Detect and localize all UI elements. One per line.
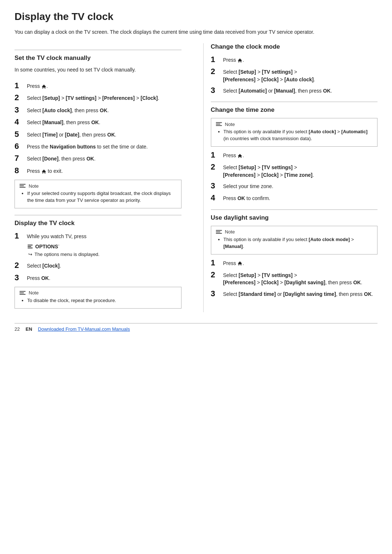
note-label-4: Note — [225, 229, 235, 235]
note-text-time-zone: This option is only available if you sel… — [217, 129, 373, 142]
svg-rect-3 — [20, 186, 24, 186]
step-tz-3: 3 Select your time zone. — [211, 181, 378, 191]
step-dl-1: 1 Press . — [211, 258, 378, 268]
note-display-clock: Note To disable the clock, repeat the pr… — [15, 287, 181, 309]
svg-rect-15 — [216, 233, 221, 234]
svg-rect-13 — [216, 230, 221, 231]
note-icon — [19, 183, 26, 189]
note-label: Note — [29, 183, 38, 189]
section-title-daylight: Use daylight saving — [211, 214, 378, 221]
step-tz-1: 1 Press . — [211, 150, 378, 160]
step-disp-1: 1 While you watch TV, press OPTIONS . — [15, 231, 181, 258]
note-time-zone: Note This option is only available if yo… — [211, 118, 378, 147]
clock-mode-steps: 1 Press . 2 Select [Setup] > [TV setting… — [211, 55, 378, 95]
step-tz-4: 4 Press OK to confirm. — [211, 193, 378, 203]
divider-daylight — [211, 209, 378, 210]
right-column: Change the clock mode 1 Press . 2 Select… — [203, 43, 378, 312]
note-text-set-clock: If your selected country supports digita… — [21, 190, 177, 204]
time-zone-steps: 1 Press . 2 Select [Setup] > [TV setting… — [211, 150, 378, 203]
set-clock-steps: 1 Press . 2 Select [Setup] > [TV setting… — [15, 81, 181, 175]
svg-rect-11 — [216, 125, 221, 126]
step-set-8: 8 Press to exit. — [15, 166, 181, 175]
divider-display-clock — [15, 215, 181, 215]
svg-rect-9 — [216, 122, 221, 123]
step-mode-2: 2 Select [Setup] > [TV settings] >[Prefe… — [211, 67, 378, 83]
svg-rect-5 — [20, 291, 25, 292]
left-column: Set the TV clock manually In some countr… — [15, 43, 189, 312]
set-clock-intro: In some countries, you need to set TV cl… — [15, 66, 181, 74]
note-label-2: Note — [29, 290, 38, 296]
section-title-display-clock: Display the TV clock — [15, 220, 181, 227]
footer: 22 EN Downloaded From TV-Manual.com Manu… — [15, 323, 377, 332]
footer-language: EN — [25, 326, 32, 332]
divider-time-zone — [211, 102, 378, 102]
two-col-layout: Set the TV clock manually In some countr… — [15, 43, 377, 312]
note-icon-2 — [19, 290, 26, 296]
svg-marker-12 — [238, 154, 242, 158]
step-mode-1: 1 Press . — [211, 55, 378, 64]
intro-text: You can display a clock on the TV screen… — [15, 28, 377, 36]
svg-rect-2 — [20, 184, 25, 185]
step-set-7: 7 Select [Done], then press OK. — [15, 154, 181, 163]
svg-marker-1 — [42, 170, 46, 174]
step-set-1: 1 Press . — [15, 81, 181, 90]
daylight-steps: 1 Press . 2 Select [Setup] > [TV setting… — [211, 258, 378, 298]
footer-page-number: 22 — [15, 326, 20, 332]
note-icon-4 — [216, 229, 223, 235]
svg-rect-6 — [20, 293, 24, 293]
step-disp-3: 3 Press OK. — [15, 273, 181, 282]
note-set-clock: Note If your selected country supports d… — [15, 180, 181, 208]
section-title-time-zone: Change the time zone — [211, 106, 378, 114]
step-set-3: 3 Select [Auto clock], then press OK. — [15, 105, 181, 115]
svg-rect-10 — [216, 124, 220, 125]
note-text-daylight: This option is only available if you sel… — [217, 236, 373, 250]
note-label-3: Note — [225, 122, 235, 127]
note-icon-3 — [216, 121, 223, 127]
step-mode-3: 3 Select [Automatic] or [Manual], then p… — [211, 86, 378, 95]
svg-marker-8 — [238, 58, 242, 62]
step-set-4: 4 Select [Manual], then press OK. — [15, 117, 181, 127]
svg-rect-14 — [216, 231, 220, 232]
svg-rect-7 — [20, 294, 25, 295]
options-icon — [28, 245, 33, 248]
display-clock-steps: 1 While you watch TV, press OPTIONS . — [15, 231, 181, 282]
page-title: Display the TV clock — [15, 11, 377, 23]
footer-link[interactable]: Downloaded From TV-Manual.com Manuals — [38, 326, 130, 332]
step-set-2: 2 Select [Setup] > [TV settings] > [Pref… — [15, 93, 181, 102]
divider-set-clock — [15, 50, 181, 50]
step-dl-3: 3 Select [Standard time] or [Daylight sa… — [211, 289, 378, 298]
section-title-set-clock: Set the TV clock manually — [15, 54, 181, 62]
step-set-6: 6 Press the Navigation buttons to set th… — [15, 142, 181, 151]
svg-marker-16 — [238, 261, 242, 265]
sub-step-options: ↪ The options menu is displayed. — [28, 251, 181, 258]
step-dl-2: 2 Select [Setup] > [TV settings] >[Prefe… — [211, 270, 378, 286]
step-tz-2: 2 Select [Setup] > [TV settings] >[Prefe… — [211, 162, 378, 179]
page-wrapper: Display the TV clock You can display a c… — [15, 11, 377, 332]
svg-rect-4 — [20, 187, 25, 188]
svg-marker-0 — [42, 85, 46, 89]
section-title-clock-mode: Change the clock mode — [211, 43, 378, 50]
note-text-display-clock: To disable the clock, repeat the procedu… — [21, 297, 177, 304]
note-daylight: Note This option is only available if yo… — [211, 226, 378, 254]
step-set-5: 5 Select [Time] or [Date], then press OK… — [15, 130, 181, 139]
step-disp-2: 2 Select [Clock]. — [15, 261, 181, 270]
